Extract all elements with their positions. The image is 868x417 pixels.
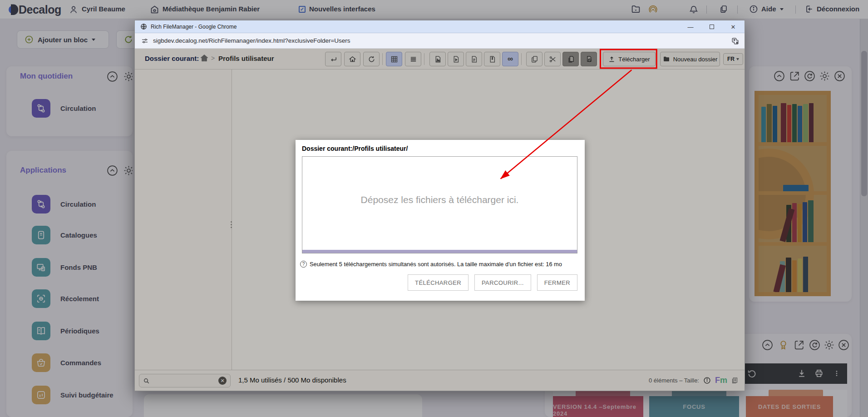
translate-icon[interactable] (731, 37, 739, 45)
maximize-button[interactable] (703, 20, 721, 33)
upload-progress-track (302, 250, 577, 253)
dialog-buttons: TÉLÉCHARGER PARCOURIR... FERMER (408, 274, 577, 291)
minimize-button[interactable]: — (681, 20, 700, 33)
url-text[interactable]: sigbdev.decalog.net/RichFilemanager/inde… (153, 37, 350, 44)
dialog-upload-button[interactable]: TÉLÉCHARGER (408, 274, 469, 291)
rich-filemanager-window: Rich FileManager - Google Chrome — ✕ sig… (134, 20, 745, 391)
window-titlebar[interactable]: Rich FileManager - Google Chrome — ✕ (135, 20, 745, 33)
window-title: Rich FileManager - Google Chrome (151, 24, 237, 30)
maximize-icon (710, 25, 714, 29)
upload-info-text: Seulement 5 téléchargements simultanés s… (310, 261, 562, 268)
dialog-close-button[interactable]: FERMER (537, 274, 577, 291)
dropzone-hint: Déposez les fichiers à télécharger ici. (302, 194, 577, 205)
dialog-browse-button[interactable]: PARCOURIR... (474, 274, 531, 291)
close-window-button[interactable]: ✕ (724, 20, 742, 33)
upload-info-row: ? Seulement 5 téléchargements simultanés… (300, 261, 562, 268)
address-bar[interactable]: sigbdev.decalog.net/RichFilemanager/inde… (135, 33, 745, 49)
filemanager: Dossier courant: > Profils utilisateur ∞ (135, 49, 745, 391)
site-settings-tune-icon[interactable] (141, 37, 148, 45)
screen: Decalog Cyril Beaume Médiathèque Benjami… (0, 0, 868, 417)
upload-dropzone[interactable]: Déposez les fichiers à télécharger ici. (302, 156, 577, 253)
globe-icon (140, 23, 147, 30)
upload-dialog-title: Dossier courant:/Profils utilisateur/ (302, 145, 408, 152)
question-circle-icon: ? (300, 261, 307, 268)
upload-dialog: Dossier courant:/Profils utilisateur/ Dé… (296, 140, 585, 301)
